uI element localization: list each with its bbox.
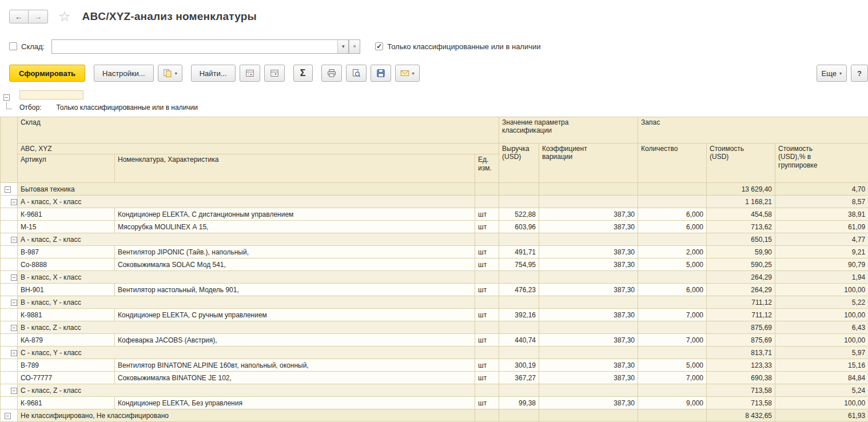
cost-cell[interactable]: 590,25	[707, 258, 775, 271]
revenue-cell[interactable]: 367,27	[499, 372, 539, 384]
collapse-all-icon[interactable]: −	[3, 94, 10, 101]
revenue-cell[interactable]	[499, 233, 539, 246]
unit-cell[interactable]	[475, 271, 499, 284]
pct-cell[interactable]: 61,93	[775, 409, 868, 422]
report-variants-button[interactable]: ▾	[158, 65, 182, 82]
variation-cell[interactable]: 387,30	[539, 246, 638, 258]
article-cell[interactable]: К-9881	[18, 309, 115, 321]
expand-groups-button[interactable]	[264, 65, 285, 82]
group-name-cell[interactable]: Не классифицировано, Не классифицировано	[18, 409, 475, 422]
cost-cell[interactable]: 650,15	[707, 233, 775, 246]
collapse-group-icon[interactable]: −	[11, 325, 17, 331]
unit-cell[interactable]	[475, 296, 499, 309]
cost-cell[interactable]: 713,58	[707, 397, 775, 409]
pct-cell[interactable]: 4,70	[775, 183, 868, 196]
print-button[interactable]	[321, 65, 342, 82]
more-button[interactable]: Еще ▾	[817, 65, 847, 82]
qty-cell[interactable]: 7,000	[638, 372, 707, 384]
qty-cell[interactable]: 9,000	[638, 397, 707, 409]
collapse-group-icon[interactable]: −	[11, 237, 17, 243]
revenue-cell[interactable]	[499, 296, 539, 309]
pct-cell[interactable]: 5,22	[775, 296, 868, 309]
collapse-group-icon[interactable]: −	[11, 274, 17, 281]
warehouse-filter[interactable]: Склад:	[9, 42, 45, 51]
pct-cell[interactable]: 100,00	[775, 309, 868, 321]
qty-cell[interactable]	[638, 409, 707, 422]
pct-cell[interactable]: 8,57	[775, 196, 868, 208]
cost-cell[interactable]: 690,38	[707, 372, 775, 384]
article-cell[interactable]: ВН-901	[18, 284, 115, 296]
cost-cell[interactable]: 264,29	[707, 284, 775, 296]
article-cell[interactable]: К-9681	[18, 397, 115, 409]
variation-cell[interactable]	[539, 271, 638, 284]
cost-cell[interactable]: 8 432,65	[707, 409, 775, 422]
name-cell[interactable]: Мясорубка MOULINEX А 15,	[115, 221, 475, 233]
unit-cell[interactable]: шт	[475, 258, 499, 271]
cost-cell[interactable]: 711,12	[707, 309, 775, 321]
unit-cell[interactable]	[475, 321, 499, 334]
variation-cell[interactable]: 387,30	[539, 309, 638, 321]
cost-cell[interactable]: 875,69	[707, 321, 775, 334]
article-cell[interactable]: СО-77777	[18, 372, 115, 384]
pct-cell[interactable]: 61,09	[775, 221, 868, 233]
variation-cell[interactable]: 387,30	[539, 397, 638, 409]
collapse-groups-button[interactable]	[240, 65, 260, 82]
unit-cell[interactable]: шт	[475, 397, 499, 409]
cost-cell[interactable]: 711,12	[707, 296, 775, 309]
revenue-cell[interactable]	[499, 321, 539, 334]
revenue-cell[interactable]	[499, 347, 539, 359]
qty-cell[interactable]: 6,000	[638, 208, 707, 221]
article-cell[interactable]: КА-879	[18, 334, 115, 347]
cost-cell[interactable]: 59,90	[707, 246, 775, 258]
collapse-group-icon[interactable]: −	[11, 388, 17, 394]
variation-cell[interactable]	[539, 409, 638, 422]
collapse-group-icon[interactable]: −	[11, 300, 17, 306]
qty-cell[interactable]: 5,000	[638, 359, 707, 372]
cost-cell[interactable]: 713,58	[707, 384, 775, 397]
pct-cell[interactable]: 15,16	[775, 359, 868, 372]
variation-cell[interactable]: 387,30	[539, 334, 638, 347]
variation-cell[interactable]: 387,30	[539, 258, 638, 271]
qty-cell[interactable]	[638, 384, 707, 397]
print-preview-button[interactable]	[346, 65, 367, 82]
revenue-cell[interactable]: 392,16	[499, 309, 539, 321]
unit-cell[interactable]: шт	[475, 309, 499, 321]
cost-cell[interactable]: 123,33	[707, 359, 775, 372]
name-cell[interactable]: Соковыжималка SOLAC Мод 541,	[115, 258, 475, 271]
revenue-cell[interactable]	[499, 271, 539, 284]
revenue-cell[interactable]: 491,71	[499, 246, 539, 258]
cost-cell[interactable]: 875,69	[707, 334, 775, 347]
pct-cell[interactable]: 100,00	[775, 334, 868, 347]
find-button[interactable]: Найти...	[191, 65, 236, 82]
collapse-group-icon[interactable]: −	[11, 199, 17, 205]
name-cell[interactable]: Вентилятор JIPONIC (Тайв.), напольный,	[115, 246, 475, 258]
unit-cell[interactable]	[475, 196, 499, 208]
cost-cell[interactable]: 1 168,21	[707, 196, 775, 208]
warehouse-clear-button[interactable]: ×	[349, 39, 360, 54]
qty-cell[interactable]	[638, 271, 707, 284]
revenue-cell[interactable]: 603,96	[499, 221, 539, 233]
variation-cell[interactable]: 387,30	[539, 372, 638, 384]
warehouse-checkbox[interactable]	[9, 42, 17, 50]
cost-cell[interactable]: 713,62	[707, 221, 775, 233]
unit-cell[interactable]	[475, 347, 499, 359]
group-name-cell[interactable]: А - класс, X - класс	[18, 196, 475, 208]
cost-cell[interactable]: 264,29	[707, 271, 775, 284]
cost-cell[interactable]: 13 629,40	[707, 183, 775, 196]
group-name-cell[interactable]: В - класс, X - класс	[18, 271, 475, 284]
article-cell[interactable]: В-987	[18, 246, 115, 258]
unit-cell[interactable]: шт	[475, 359, 499, 372]
collapse-group-icon[interactable]: −	[11, 350, 17, 356]
revenue-cell[interactable]: 522,88	[499, 208, 539, 221]
variation-cell[interactable]: 387,30	[539, 359, 638, 372]
pct-cell[interactable]: 6,43	[775, 321, 868, 334]
only-classified-filter[interactable]: ✓ Только классифицированные или в наличи…	[375, 42, 540, 51]
help-button[interactable]: ?	[851, 65, 868, 82]
unit-cell[interactable]: шт	[475, 246, 499, 258]
qty-cell[interactable]	[638, 321, 707, 334]
report-parameter-field[interactable]	[19, 90, 83, 99]
revenue-cell[interactable]: 440,74	[499, 334, 539, 347]
revenue-cell[interactable]: 754,95	[499, 258, 539, 271]
qty-cell[interactable]: 7,000	[638, 334, 707, 347]
revenue-cell[interactable]	[499, 409, 539, 422]
